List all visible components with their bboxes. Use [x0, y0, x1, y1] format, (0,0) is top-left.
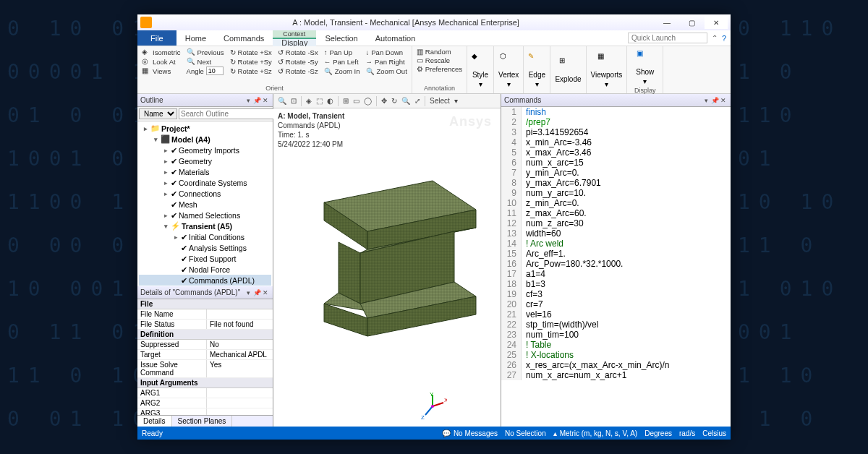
tab-selection[interactable]: Selection [316, 30, 366, 46]
tab-commands[interactable]: Commands [215, 30, 273, 46]
code-line[interactable]: 9num_y_arc=10. [501, 188, 731, 198]
code-line[interactable]: 11z_max_Arc=60. [501, 208, 731, 218]
rotate-psy-button[interactable]: ↻Rotate +Sy [230, 57, 272, 66]
outline-filter-select[interactable]: Name [139, 108, 177, 119]
rotate-nsy-button[interactable]: ↺Rotate -Sy [278, 57, 318, 66]
viewports-button[interactable]: ▦Viewports▾ [587, 46, 628, 93]
outline-tree[interactable]: ▸📁 Project* ▾⬛ Model (A4) ▸✔ Geometry Im… [137, 121, 273, 286]
wire-icon[interactable]: ⬚ [316, 97, 323, 105]
panel-pin-icon[interactable]: 📌 [710, 97, 719, 104]
preferences-button[interactable]: ⚙Preferences [417, 65, 462, 73]
section-planes-tab[interactable]: Section Planes [172, 416, 233, 427]
panel-pin-icon[interactable]: 📌 [252, 97, 261, 104]
code-line[interactable]: 14! Arc weld [501, 239, 731, 249]
tab-automation[interactable]: Automation [367, 30, 425, 46]
code-line[interactable]: 24! Table [501, 340, 731, 350]
select-mode-icon[interactable]: ⊞ [343, 97, 349, 105]
code-line[interactable]: 20cr=7 [501, 299, 731, 309]
details-row[interactable]: ARG3 [137, 408, 273, 415]
code-line[interactable]: 5x_max_Arc=3.46 [501, 147, 731, 158]
details-tab[interactable]: Details [137, 416, 172, 427]
code-editor[interactable]: 1finish2/prep73pi=3.1415926544x_min_Arc=… [501, 107, 731, 427]
panel-dropdown-icon[interactable]: ▾ [244, 97, 252, 104]
rotate-nsx-button[interactable]: ↺Rotate -Sx [278, 48, 318, 56]
cube-icon[interactable]: ◈ [306, 97, 312, 105]
details-row[interactable]: SuppressedNo [137, 340, 273, 350]
rotate-icon[interactable]: ↻ [391, 97, 397, 105]
panright-button[interactable]: →Pan Right [366, 57, 407, 66]
zoomout-button[interactable]: 🔍Zoom Out [366, 67, 407, 75]
zoom-icon[interactable]: 🔍 [401, 97, 410, 105]
tree-commands[interactable]: ✔ Commands (APDL) [139, 275, 271, 286]
panel-close-icon[interactable]: ✕ [261, 97, 270, 104]
details-row[interactable]: Issue Solve CommandYes [137, 360, 273, 378]
code-line[interactable]: 16Arc_Pow=180.*32.*1000. [501, 259, 731, 269]
edge-button[interactable]: ✎Edge▾ [524, 46, 550, 93]
details-row[interactable]: ARG2 [137, 398, 273, 408]
angle-input[interactable] [206, 67, 224, 75]
status-messages[interactable]: 💬 No Messages [442, 429, 498, 437]
details-row[interactable]: ARG1 [137, 388, 273, 398]
panleft-button[interactable]: ←Pan Left [324, 57, 360, 66]
tree-fixed[interactable]: ✔ Fixed Support [139, 253, 271, 264]
isometric-button[interactable]: ◈Isometric [142, 48, 181, 56]
code-line[interactable]: 23num_tim=100 [501, 330, 731, 340]
close-button[interactable]: ✕ [705, 16, 728, 29]
next-button[interactable]: 🔍Next [187, 57, 224, 66]
zoom-fit-icon[interactable]: 🔍 [278, 97, 286, 105]
code-line[interactable]: 8y_max_Arc=6.7901 [501, 178, 731, 188]
rotate-nsz-button[interactable]: ↺Rotate -Sz [278, 67, 318, 75]
code-line[interactable]: 18b1=3 [501, 279, 731, 289]
collapse-ribbon-icon[interactable]: ⌃ [712, 34, 718, 42]
code-line[interactable]: 26x_res_arc=(x_max_Arc-x_min_Arc)/n [501, 360, 731, 370]
style-button[interactable]: ◆Style▾ [467, 46, 494, 93]
tree-project[interactable]: ▸📁 Project* [139, 123, 271, 134]
code-line[interactable]: 22stp_tim=(width)/vel [501, 320, 731, 330]
pandown-button[interactable]: ↓Pan Down [366, 48, 407, 56]
views-button[interactable]: ▦Views [142, 67, 181, 75]
panel-dropdown-icon[interactable]: ▾ [702, 97, 710, 104]
rotate-psz-button[interactable]: ↻Rotate +Sz [230, 67, 272, 75]
tree-named[interactable]: ▸✔ Named Selections [139, 210, 271, 220]
tab-home[interactable]: Home [176, 30, 215, 46]
tab-display[interactable]: Display [273, 38, 316, 46]
graphics-viewport[interactable]: A: Model, Transient Commands (APDL) Time… [273, 108, 501, 427]
random-button[interactable]: ▥Random [417, 48, 462, 56]
code-line[interactable]: 17a1=4 [501, 269, 731, 279]
panel-dropdown-icon[interactable]: ▾ [244, 289, 252, 296]
pan-icon[interactable]: ✥ [381, 97, 387, 105]
code-line[interactable]: 3pi=3.141592654 [501, 127, 731, 137]
help-icon[interactable]: ? [722, 34, 726, 43]
tree-initcond[interactable]: ▸✔ Initial Conditions [139, 231, 271, 242]
panel-close-icon[interactable]: ✕ [719, 97, 728, 104]
panel-close-icon[interactable]: ✕ [261, 289, 270, 296]
code-line[interactable]: 2/prep7 [501, 117, 731, 127]
tree-coord[interactable]: ▸✔ Coordinate Systems [139, 177, 271, 188]
show-button[interactable]: ▣Show▾ [631, 48, 658, 87]
code-line[interactable]: 19cf=3 [501, 289, 731, 299]
maximize-button[interactable]: ▢ [680, 16, 703, 29]
code-line[interactable]: 15Arc_eff=1. [501, 249, 731, 259]
panup-button[interactable]: ↑Pan Up [324, 48, 360, 56]
code-line[interactable]: 12num_z_arc=30 [501, 218, 731, 228]
tree-conn[interactable]: ▸✔ Connections [139, 188, 271, 199]
vertex-button[interactable]: ⬡Vertex▾ [494, 46, 524, 93]
tree-geom[interactable]: ▸✔ Geometry [139, 155, 271, 166]
code-line[interactable]: 27num_x_arc=num_x_arc+1 [501, 370, 731, 380]
tree-geomimp[interactable]: ▸✔ Geometry Imports [139, 145, 271, 155]
panel-pin-icon[interactable]: 📌 [252, 289, 261, 296]
tree-nodal[interactable]: ✔ Nodal Force [139, 264, 271, 275]
code-line[interactable]: 13width=60 [501, 228, 731, 239]
zoomin-button[interactable]: 🔍Zoom In [324, 67, 360, 75]
tree-transient[interactable]: ▾⚡ Transient (A5) [139, 220, 271, 231]
fit-icon[interactable]: ⤢ [414, 97, 420, 105]
tree-mesh[interactable]: ✔ Mesh [139, 199, 271, 210]
quick-launch-input[interactable] [628, 33, 707, 43]
select-dropdown-icon[interactable]: ▾ [454, 97, 458, 105]
outline-search-input[interactable] [179, 108, 275, 119]
code-line[interactable]: 4x_min_Arc=-3.46 [501, 137, 731, 147]
tree-materials[interactable]: ▸✔ Materials [139, 166, 271, 177]
tree-analysis[interactable]: ✔ Analysis Settings [139, 242, 271, 253]
previous-button[interactable]: 🔍Previous [187, 48, 224, 56]
box-select-icon[interactable]: ▭ [353, 97, 359, 105]
